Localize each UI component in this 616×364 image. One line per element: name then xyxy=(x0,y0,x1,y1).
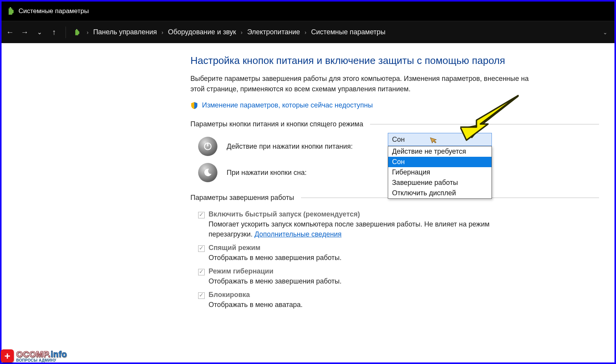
power-button-action-row: Действие при нажатии кнопки питания: Сон… xyxy=(198,137,599,156)
page-title: Настройка кнопок питания и включение защ… xyxy=(190,55,599,67)
sleep-label: Спящий режим xyxy=(209,244,261,252)
window-title: Системные параметры xyxy=(19,7,89,15)
section-power-buttons-header: Параметры кнопки питания и кнопки спящег… xyxy=(190,120,363,128)
chevron-right-icon: › xyxy=(87,29,89,35)
breadcrumb-power-options[interactable]: Электропитание xyxy=(247,28,300,36)
navbar: ← → ⌄ ↑ › Панель управления › Оборудован… xyxy=(2,21,614,43)
content-pane: Настройка кнопок питания и включение защ… xyxy=(2,43,614,362)
sleep-button-action-row: При нажатии кнопки сна: xyxy=(198,163,599,182)
nav-back-icon[interactable]: ← xyxy=(5,28,15,37)
page-description: Выберите параметры завершения работы для… xyxy=(190,74,530,94)
watermark-brand-b: info xyxy=(50,349,67,359)
titlebar: Системные параметры xyxy=(2,2,614,21)
breadcrumb: › Панель управления › Оборудование и зву… xyxy=(73,28,611,36)
sleep-button-label: При нажатии кнопки сна: xyxy=(227,169,306,177)
watermark-sub: ВОПРОСЫ АДМИНУ xyxy=(16,358,67,362)
battery-icon xyxy=(6,7,15,15)
nav-up-icon[interactable]: ↑ xyxy=(49,28,59,37)
fast-startup-label: Включить быстрый запуск (рекомендуется) xyxy=(209,210,360,218)
power-button-label: Действие при нажатии кнопки питания: xyxy=(227,143,353,151)
section-shutdown-header: Параметры завершения работы xyxy=(190,194,294,202)
checkbox-fast-startup[interactable] xyxy=(198,212,205,218)
nav-forward-icon[interactable]: → xyxy=(20,28,29,37)
chevron-right-icon: › xyxy=(305,29,306,35)
breadcrumb-control-panel[interactable]: Панель управления xyxy=(93,28,157,36)
shield-icon xyxy=(190,102,198,109)
fast-startup-more-link[interactable]: Дополнительные сведения xyxy=(254,230,342,238)
fast-startup-desc-text: Помогает ускорить запуск компьютера посл… xyxy=(209,220,490,238)
checkbox-sleep[interactable] xyxy=(198,245,205,252)
dropdown-option-no-action[interactable]: Действие не требуется xyxy=(388,146,491,157)
watermark-brand-a: OCOMP xyxy=(16,349,48,359)
change-unavailable-link[interactable]: Изменение параметров, которые сейчас нед… xyxy=(202,101,373,109)
battery-icon xyxy=(73,29,81,36)
hibernate-description: Отображать в меню завершения работы. xyxy=(209,276,502,286)
lock-description: Отображать в меню аватара. xyxy=(209,300,502,310)
watermark: + OCOMP.info ВОПРОСЫ АДМИНУ xyxy=(1,349,67,362)
fast-startup-description: Помогает ускорить запуск компьютера посл… xyxy=(209,219,502,239)
dropdown-option-display-off[interactable]: Отключить дисплей xyxy=(388,188,491,198)
svg-rect-1 xyxy=(76,29,77,30)
breadcrumb-hardware-sound[interactable]: Оборудование и звук xyxy=(168,28,236,36)
lock-label: Блокировка xyxy=(209,291,250,299)
cursor-icon xyxy=(429,134,441,147)
chevron-right-icon: › xyxy=(162,29,163,35)
chevron-down-icon[interactable]: ⌄ xyxy=(603,29,611,35)
divider xyxy=(370,124,599,124)
dropdown-selected-value: Сон xyxy=(392,136,405,144)
chevron-right-icon: › xyxy=(241,29,242,35)
svg-rect-0 xyxy=(10,7,11,8)
breadcrumb-system-settings[interactable]: Системные параметры xyxy=(311,28,385,36)
checkbox-hibernate[interactable] xyxy=(198,269,205,275)
power-icon xyxy=(198,137,217,156)
dropdown-selected[interactable]: Сон xyxy=(388,133,492,146)
hibernate-label: Режим гибернации xyxy=(209,267,273,275)
nav-recent-icon[interactable]: ⌄ xyxy=(35,29,44,36)
nav-separator xyxy=(66,27,66,38)
watermark-badge-icon: + xyxy=(1,349,14,362)
sleep-icon xyxy=(198,163,217,182)
sleep-description: Отображать в меню завершения работы. xyxy=(209,253,502,263)
checkbox-lock[interactable] xyxy=(198,292,205,299)
